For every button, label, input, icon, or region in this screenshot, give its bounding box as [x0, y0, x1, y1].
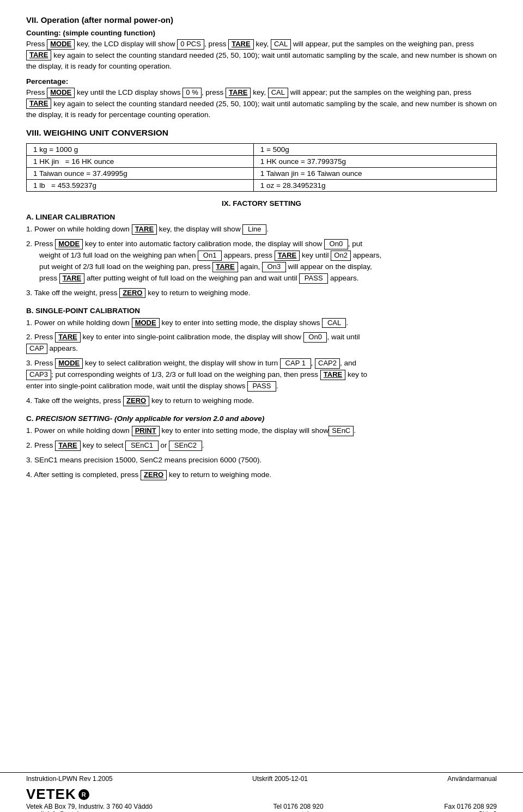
cal-display-1: CAL [271, 39, 291, 50]
tare-key-4: TARE [26, 99, 51, 109]
conv-cell: 1 oz = 28.3495231g [253, 180, 496, 192]
display-line: Line [242, 224, 266, 235]
tare-key-1: TARE [228, 39, 253, 50]
zero-key-1: ZERO [119, 288, 145, 298]
footer-left: VETEK R Vetek AB Box 79, Industriv. 3 76… [26, 786, 153, 812]
conv-cell: 1 Taiwan ounce = 37.49995g [27, 168, 254, 180]
single-point-title: B. SINGLE-POINT CALIBRATION [26, 307, 497, 315]
footer-right: Fax 0176 208 929 Sida 8 [444, 803, 497, 812]
table-row: 1 lb = 453.59237g 1 oz = 28.3495231g [27, 180, 497, 192]
mode-key-1: MODE [47, 39, 75, 50]
percentage-paragraph: Percentage: Press MODE key until the LCD… [26, 76, 497, 120]
table-row: 1 HK jin = 16 HK ounce 1 HK ounce = 37.7… [27, 156, 497, 168]
display-on0-1: On0 [324, 239, 348, 249]
section-viii-title: VIII. WEIGHING UNIT CONVERSION [26, 128, 497, 138]
tel: Tel 0176 208 920 [273, 803, 324, 810]
linear-item-1: 1. Power on while holding down TARE key,… [26, 224, 497, 235]
tare-key-5: TARE [132, 224, 157, 235]
counting-title: Counting: (simple counting function) [26, 29, 155, 37]
display-on2: On2 [331, 251, 351, 261]
precision-item-3: 3. SEnC1 means precision 15000, SenC2 me… [26, 455, 497, 466]
display-on1: On1 [198, 251, 222, 261]
tare-key-2: TARE [26, 50, 51, 60]
display-0pct: 0 % [183, 88, 201, 98]
display-senc2: SEnC2 [169, 441, 202, 451]
footer-center: Tel 0176 208 920 www. vetek.se [273, 803, 324, 812]
counting-paragraph: Counting: (simple counting function) Pre… [26, 28, 497, 72]
conv-cell: 1 kg = 1000 g [27, 144, 254, 156]
conv-cell: 1 HK jin = 16 HK ounce [27, 156, 254, 168]
display-pass-1: PASS [299, 273, 328, 284]
display-pass-2: PASS [247, 381, 276, 392]
table-row: 1 Taiwan ounce = 37.49995g 1 Taiwan jin … [27, 168, 497, 180]
tare-key-9: TARE [55, 332, 80, 343]
display-cal-1: CAL [322, 318, 346, 328]
utskrift-date: Utskrift 2005-12-01 [252, 775, 308, 783]
precision-item-1: 1. Power on while holding down PRINT key… [26, 425, 497, 437]
single-item-3: 3. Press MODE key to select calibration … [26, 358, 497, 392]
conv-cell: 1 lb = 453.59237g [27, 180, 254, 192]
zero-key-3: ZERO [141, 470, 167, 480]
mode-key-5: MODE [55, 358, 83, 369]
tare-key-7: TARE [212, 262, 238, 272]
single-item-4: 4. Take off the weights, press ZERO key … [26, 395, 497, 407]
precision-item-4: 4. After setting is completed, press ZER… [26, 469, 497, 481]
conversion-table: 1 kg = 1000 g 1 = 500g 1 HK jin = 16 HK … [26, 143, 497, 192]
mode-key-2: MODE [47, 88, 75, 98]
percentage-title: Percentage: [26, 77, 68, 86]
footer: Instruktion-LPWN Rev 1.2005 Utskrift 200… [0, 773, 523, 812]
zero-key-2: ZERO [123, 396, 149, 406]
conv-cell: 1 = 500g [253, 144, 496, 156]
display-on0-2: On0 [303, 332, 327, 343]
conv-cell: 1 Taiwan jin = 16 Taiwan ounce [253, 168, 496, 180]
fax: Fax 0176 208 929 [444, 803, 497, 810]
print-key: PRINT [132, 426, 160, 436]
section-title: VII. Operation (after normal power-on) [26, 15, 497, 25]
mode-key-3: MODE [55, 239, 83, 249]
doc-ref: Instruktion-LPWN Rev 1.2005 [26, 775, 113, 783]
display-cap1: CAP 1 [280, 358, 311, 369]
single-item-2: 2. Press TARE key to enter into single-p… [26, 332, 497, 355]
linear-item-3: 3. Take off the weight, press ZERO key t… [26, 288, 497, 299]
vetek-logo: VETEK R [26, 786, 153, 803]
table-row: 1 kg = 1000 g 1 = 500g [27, 144, 497, 156]
display-senc: SEnC [329, 426, 354, 436]
display-on3: On3 [262, 262, 286, 272]
tare-key-10: TARE [320, 370, 345, 380]
display-cap2: CAP2 [315, 358, 340, 369]
mode-key-4: MODE [132, 318, 160, 328]
precision-item-2: 2. Press TARE key to select SEnC1 or SEn… [26, 440, 497, 451]
company-address: Vetek AB Box 79, Industriv. 3 760 40 Väd… [26, 803, 153, 810]
tare-key-3: TARE [226, 88, 251, 98]
footer-top-row: Instruktion-LPWN Rev 1.2005 Utskrift 200… [0, 773, 523, 785]
display-senc1: SEnC1 [125, 441, 158, 451]
tare-key-6: TARE [275, 251, 300, 261]
manual-label: Användarmanual [447, 775, 497, 783]
display-0pcs: 0 PCS [177, 39, 204, 50]
linear-cal-title: A. LINEAR CALIBRATION [26, 213, 497, 221]
footer-bottom-row: VETEK R Vetek AB Box 79, Industriv. 3 76… [0, 785, 523, 812]
conv-cell: 1 HK ounce = 37.799375g [253, 156, 496, 168]
vetek-text: VETEK [26, 786, 76, 803]
single-item-1: 1. Power on while holding down MODE key … [26, 318, 497, 329]
vetek-registered: R [78, 789, 89, 800]
tare-key-11: TARE [55, 441, 80, 451]
cal-display-2: CAL [268, 88, 288, 98]
precision-title: C. PRECISION SETTING- (Only applicable f… [26, 414, 497, 423]
display-cap-0: CAP [26, 344, 47, 354]
section-ix-title: IX. FACTORY SETTING [26, 199, 497, 207]
tare-key-8: TARE [59, 273, 84, 284]
linear-item-2: 2. Press MODE key to enter into automati… [26, 239, 497, 284]
display-cap3: CAP3 [26, 370, 51, 380]
